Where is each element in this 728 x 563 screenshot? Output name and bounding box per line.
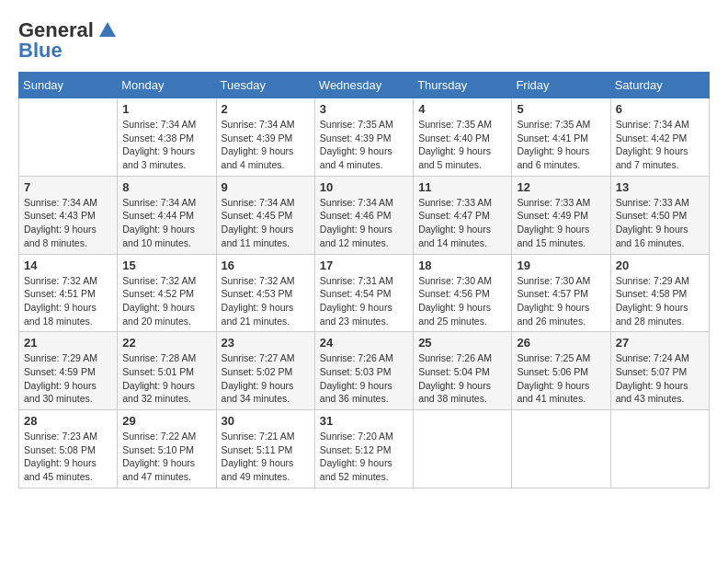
calendar-cell: 20 Sunrise: 7:29 AMSunset: 4:58 PMDaylig…	[610, 254, 709, 332]
day-number: 7	[24, 180, 112, 194]
calendar-cell	[19, 98, 118, 177]
day-number: 24	[320, 336, 408, 350]
calendar-cell: 24 Sunrise: 7:26 AMSunset: 5:03 PMDaylig…	[314, 332, 413, 410]
day-number: 1	[122, 102, 210, 116]
col-monday: Monday	[118, 73, 216, 98]
day-info: Sunrise: 7:32 AMSunset: 4:53 PMDaylight:…	[222, 275, 295, 327]
day-number: 6	[616, 102, 704, 116]
page-header: General Blue	[18, 18, 710, 63]
calendar-cell: 5 Sunrise: 7:35 AMSunset: 4:41 PMDayligh…	[512, 98, 610, 177]
calendar-cell: 14 Sunrise: 7:32 AMSunset: 4:51 PMDaylig…	[19, 254, 118, 332]
calendar-week-1: 1 Sunrise: 7:34 AMSunset: 4:38 PMDayligh…	[19, 98, 710, 177]
calendar-cell: 1 Sunrise: 7:34 AMSunset: 4:38 PMDayligh…	[118, 98, 216, 177]
calendar-cell: 27 Sunrise: 7:24 AMSunset: 5:07 PMDaylig…	[610, 332, 709, 410]
day-info: Sunrise: 7:31 AMSunset: 4:54 PMDaylight:…	[320, 275, 393, 327]
day-number: 19	[517, 259, 605, 272]
calendar-cell: 25 Sunrise: 7:26 AMSunset: 5:04 PMDaylig…	[414, 332, 512, 410]
day-info: Sunrise: 7:35 AMSunset: 4:39 PMDaylight:…	[320, 119, 393, 170]
calendar-cell	[414, 410, 512, 488]
day-number: 26	[517, 336, 605, 350]
day-number: 30	[222, 414, 310, 428]
calendar-cell: 12 Sunrise: 7:33 AMSunset: 4:49 PMDaylig…	[512, 176, 610, 254]
day-info: Sunrise: 7:22 AMSunset: 5:10 PMDaylight:…	[122, 431, 196, 482]
day-info: Sunrise: 7:34 AMSunset: 4:39 PMDaylight:…	[222, 119, 295, 170]
day-number: 11	[418, 180, 506, 194]
svg-marker-0	[99, 22, 116, 37]
day-info: Sunrise: 7:33 AMSunset: 4:49 PMDaylight:…	[517, 197, 590, 248]
day-number: 21	[24, 336, 112, 350]
day-info: Sunrise: 7:34 AMSunset: 4:46 PMDaylight:…	[320, 197, 393, 248]
calendar-cell: 21 Sunrise: 7:29 AMSunset: 4:59 PMDaylig…	[19, 332, 118, 410]
day-info: Sunrise: 7:20 AMSunset: 5:12 PMDaylight:…	[320, 431, 393, 482]
logo: General Blue	[18, 18, 118, 63]
calendar-week-2: 7 Sunrise: 7:34 AMSunset: 4:43 PMDayligh…	[19, 176, 710, 254]
day-number: 5	[517, 102, 605, 116]
calendar-cell: 9 Sunrise: 7:34 AMSunset: 4:45 PMDayligh…	[216, 176, 314, 254]
day-number: 27	[616, 336, 704, 350]
day-info: Sunrise: 7:25 AMSunset: 5:06 PMDaylight:…	[517, 352, 590, 404]
calendar-cell: 3 Sunrise: 7:35 AMSunset: 4:39 PMDayligh…	[314, 98, 413, 177]
day-number: 2	[222, 102, 310, 116]
calendar-cell: 30 Sunrise: 7:21 AMSunset: 5:11 PMDaylig…	[216, 410, 314, 488]
day-number: 8	[122, 180, 210, 194]
calendar-cell: 2 Sunrise: 7:34 AMSunset: 4:39 PMDayligh…	[216, 98, 314, 177]
day-number: 4	[418, 102, 506, 116]
calendar-cell: 19 Sunrise: 7:30 AMSunset: 4:57 PMDaylig…	[512, 254, 610, 332]
day-info: Sunrise: 7:34 AMSunset: 4:45 PMDaylight:…	[222, 197, 295, 248]
day-number: 31	[320, 414, 408, 428]
day-info: Sunrise: 7:32 AMSunset: 4:52 PMDaylight:…	[122, 275, 196, 327]
day-number: 3	[320, 102, 408, 116]
day-info: Sunrise: 7:35 AMSunset: 4:41 PMDaylight:…	[517, 119, 590, 170]
logo-blue: Blue	[18, 39, 63, 63]
calendar-table: SundayMondayTuesdayWednesdayThursdayFrid…	[18, 72, 710, 488]
calendar-cell: 13 Sunrise: 7:33 AMSunset: 4:50 PMDaylig…	[610, 176, 709, 254]
calendar-cell: 10 Sunrise: 7:34 AMSunset: 4:46 PMDaylig…	[314, 176, 413, 254]
day-info: Sunrise: 7:29 AMSunset: 4:58 PMDaylight:…	[616, 275, 689, 327]
calendar-cell: 8 Sunrise: 7:34 AMSunset: 4:44 PMDayligh…	[118, 176, 216, 254]
day-number: 25	[418, 336, 506, 350]
day-number: 20	[616, 259, 704, 272]
day-info: Sunrise: 7:33 AMSunset: 4:47 PMDaylight:…	[418, 197, 492, 248]
calendar-week-5: 28 Sunrise: 7:23 AMSunset: 5:08 PMDaylig…	[19, 410, 710, 488]
calendar-cell: 29 Sunrise: 7:22 AMSunset: 5:10 PMDaylig…	[118, 410, 216, 488]
day-number: 15	[122, 259, 210, 272]
calendar-header: SundayMondayTuesdayWednesdayThursdayFrid…	[19, 73, 710, 98]
day-info: Sunrise: 7:26 AMSunset: 5:03 PMDaylight:…	[320, 352, 393, 404]
day-info: Sunrise: 7:35 AMSunset: 4:40 PMDaylight:…	[418, 119, 492, 170]
day-info: Sunrise: 7:29 AMSunset: 4:59 PMDaylight:…	[24, 352, 97, 404]
day-number: 23	[222, 336, 310, 350]
col-saturday: Saturday	[610, 73, 709, 98]
calendar-cell: 23 Sunrise: 7:27 AMSunset: 5:02 PMDaylig…	[216, 332, 314, 410]
day-info: Sunrise: 7:21 AMSunset: 5:11 PMDaylight:…	[222, 431, 295, 482]
col-tuesday: Tuesday	[216, 73, 314, 98]
day-number: 18	[418, 259, 506, 272]
calendar-cell: 28 Sunrise: 7:23 AMSunset: 5:08 PMDaylig…	[19, 410, 118, 488]
day-info: Sunrise: 7:30 AMSunset: 4:56 PMDaylight:…	[418, 275, 492, 327]
calendar-cell: 15 Sunrise: 7:32 AMSunset: 4:52 PMDaylig…	[118, 254, 216, 332]
calendar-cell: 6 Sunrise: 7:34 AMSunset: 4:42 PMDayligh…	[610, 98, 709, 177]
calendar-cell: 16 Sunrise: 7:32 AMSunset: 4:53 PMDaylig…	[216, 254, 314, 332]
calendar-cell: 26 Sunrise: 7:25 AMSunset: 5:06 PMDaylig…	[512, 332, 610, 410]
day-number: 28	[24, 414, 112, 428]
day-info: Sunrise: 7:27 AMSunset: 5:02 PMDaylight:…	[222, 352, 295, 404]
day-info: Sunrise: 7:28 AMSunset: 5:01 PMDaylight:…	[122, 352, 196, 404]
day-info: Sunrise: 7:23 AMSunset: 5:08 PMDaylight:…	[24, 431, 97, 482]
day-info: Sunrise: 7:33 AMSunset: 4:50 PMDaylight:…	[616, 197, 689, 248]
calendar-week-3: 14 Sunrise: 7:32 AMSunset: 4:51 PMDaylig…	[19, 254, 710, 332]
day-number: 12	[517, 180, 605, 194]
day-info: Sunrise: 7:34 AMSunset: 4:38 PMDaylight:…	[122, 119, 196, 170]
day-number: 9	[222, 180, 310, 194]
calendar-cell: 17 Sunrise: 7:31 AMSunset: 4:54 PMDaylig…	[314, 254, 413, 332]
calendar-cell: 22 Sunrise: 7:28 AMSunset: 5:01 PMDaylig…	[118, 332, 216, 410]
day-info: Sunrise: 7:32 AMSunset: 4:51 PMDaylight:…	[24, 275, 97, 327]
col-wednesday: Wednesday	[314, 73, 413, 98]
calendar-cell: 11 Sunrise: 7:33 AMSunset: 4:47 PMDaylig…	[414, 176, 512, 254]
day-number: 10	[320, 180, 408, 194]
calendar-cell	[610, 410, 709, 488]
col-sunday: Sunday	[19, 73, 118, 98]
calendar-cell: 31 Sunrise: 7:20 AMSunset: 5:12 PMDaylig…	[314, 410, 413, 488]
calendar-week-4: 21 Sunrise: 7:29 AMSunset: 4:59 PMDaylig…	[19, 332, 710, 410]
day-info: Sunrise: 7:34 AMSunset: 4:42 PMDaylight:…	[616, 119, 689, 170]
day-info: Sunrise: 7:30 AMSunset: 4:57 PMDaylight:…	[517, 275, 590, 327]
day-number: 13	[616, 180, 704, 194]
